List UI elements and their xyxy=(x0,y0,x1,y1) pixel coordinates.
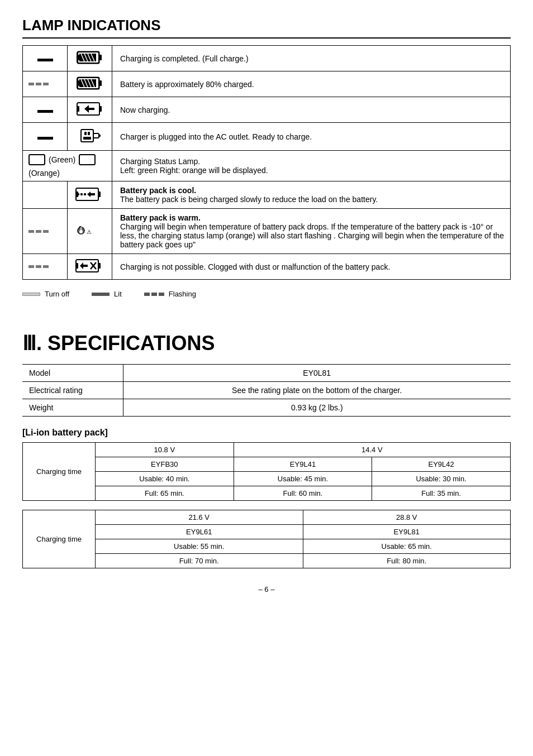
flash-dot xyxy=(159,293,164,296)
table-row: Now charging. xyxy=(23,97,511,123)
svg-rect-25 xyxy=(81,130,93,142)
svg-rect-17 xyxy=(99,80,102,86)
usable-ey9l42: Usable: 30 min. xyxy=(372,472,511,486)
svg-rect-29 xyxy=(93,133,99,138)
svg-rect-18 xyxy=(77,80,79,86)
description-col: Battery pack is warm. Charging will begi… xyxy=(112,209,511,254)
svg-rect-30 xyxy=(99,135,101,137)
svg-rect-50 xyxy=(76,263,78,269)
led-strip-flashing xyxy=(28,83,61,85)
usable-ey9l61: Usable: 55 min. xyxy=(96,539,303,554)
led-strip-warm xyxy=(28,230,61,233)
voltage-108: 10.8 V xyxy=(96,443,234,457)
usable-row-2: Usable: 55 min. Usable: 65 min. xyxy=(23,539,511,554)
description-col: Charging Status Lamp. Left: green Right:… xyxy=(112,151,511,181)
model-ey9l41: EY9L41 xyxy=(234,457,372,472)
lamp-legend: Turn off Lit Flashing xyxy=(22,290,511,298)
led-block xyxy=(37,137,53,140)
spec-label: Electrical rating xyxy=(22,382,123,399)
svg-rect-7 xyxy=(99,55,102,60)
battery-symbol-col xyxy=(68,46,112,71)
led-dot xyxy=(43,230,49,233)
full-row-2: Full: 70 min. Full: 80 min. xyxy=(23,554,511,568)
table-row: (Green) (Orange) Charging Status Lamp. L… xyxy=(23,151,511,181)
full-ey9l42: Full: 35 min. xyxy=(372,486,511,501)
battery-pack-table-2: Charging time 21.6 V 28.8 V EY9L61 EY9L8… xyxy=(22,510,511,568)
description-col: Battery pack is cool. The battery pack i… xyxy=(112,181,511,209)
led-dot xyxy=(43,265,49,268)
legend-flashing: Flashing xyxy=(144,290,196,298)
voltage-144: 14.4 V xyxy=(234,443,510,457)
charging-time-label-2: Charging time xyxy=(23,510,96,568)
battery-symbol-col xyxy=(68,97,112,123)
orange-label: (Orange) xyxy=(28,169,60,178)
battery-full-icon xyxy=(77,50,103,65)
lit-label: Lit xyxy=(114,290,122,298)
usable-ey9l81: Usable: 65 min. xyxy=(303,539,511,554)
cool-line1: Battery pack is cool. xyxy=(120,186,196,195)
charger-icon xyxy=(77,127,103,144)
led-indicator-col xyxy=(23,254,68,280)
flashing-label: Flashing xyxy=(169,290,196,298)
svg-rect-37 xyxy=(76,192,78,197)
legend-turn-off: Turn off xyxy=(22,290,69,298)
status-lamp-indicators: (Green) (Orange) xyxy=(23,151,112,181)
green-label: (Green) xyxy=(49,155,75,164)
description-col: Charging is completed. (Full charge.) xyxy=(112,46,511,71)
lamp-indications-table: Charging is completed. (Full charge.) xyxy=(22,45,511,280)
led-dot xyxy=(28,265,34,268)
model-row-1: EYFB30 EY9L41 EY9L42 xyxy=(23,457,511,472)
specifications-table: Model EY0L81 Electrical rating See the r… xyxy=(22,364,511,417)
full-ey9l41: Full: 60 min. xyxy=(234,486,372,501)
svg-rect-27 xyxy=(88,132,90,135)
svg-rect-28 xyxy=(83,137,91,140)
warm-line2: Charging will begin when temperature of … xyxy=(120,222,504,249)
model-eyfb30: EYFB30 xyxy=(96,457,234,472)
svg-point-44 xyxy=(79,230,83,233)
model-ey9l42: EY9L42 xyxy=(372,457,511,472)
li-ion-title: [Li-ion battery pack] xyxy=(22,428,511,438)
spec-electrical-row: Electrical rating See the rating plate o… xyxy=(22,382,511,399)
led-flashing-indicator xyxy=(144,293,164,296)
svg-marker-47 xyxy=(80,262,88,269)
full-ey9l61: Full: 70 min. xyxy=(96,554,303,568)
svg-rect-23 xyxy=(77,106,79,112)
model-row-2: EY9L61 EY9L81 xyxy=(23,525,511,539)
description-col: Now charging. xyxy=(112,97,511,123)
table-row: Charger is plugged into the AC outlet. R… xyxy=(23,123,511,151)
battery-symbol-col xyxy=(68,181,112,209)
description-col: Charging is not possible. Clogged with d… xyxy=(112,254,511,280)
battery-cool-icon xyxy=(75,187,104,202)
spec-value: EY0L81 xyxy=(123,365,511,382)
led-block xyxy=(37,110,53,113)
led-indicator-col xyxy=(23,181,68,209)
svg-marker-36 xyxy=(87,192,95,197)
svg-text:⚠: ⚠ xyxy=(87,229,92,235)
spec-value: See the rating plate on the bottom of th… xyxy=(123,382,511,399)
battery-symbol-col xyxy=(68,71,112,97)
svg-rect-46 xyxy=(98,263,101,269)
led-indicator-col xyxy=(23,46,68,71)
battery-symbol-col: ⚠ xyxy=(68,209,112,254)
usable-eyfb30: Usable: 40 min. xyxy=(96,472,234,486)
led-dot xyxy=(28,230,34,233)
table-row: Charging is completed. (Full charge.) xyxy=(23,46,511,71)
model-ey9l81: EY9L81 xyxy=(303,525,511,539)
table-row: Battery pack is cool. The battery pack i… xyxy=(23,181,511,209)
led-dot xyxy=(36,230,41,233)
description-col: Battery is approximately 80% charged. xyxy=(112,71,511,97)
svg-rect-21 xyxy=(99,106,102,112)
green-lamp xyxy=(28,154,45,165)
orange-lamp xyxy=(79,154,96,165)
battery-charging-icon xyxy=(77,102,103,116)
voltage-header-row-2: Charging time 21.6 V 28.8 V xyxy=(23,510,511,525)
led-off-indicator xyxy=(22,293,40,296)
cool-line2: The battery pack is being charged slowly… xyxy=(120,195,378,204)
turn-off-label: Turn off xyxy=(45,290,69,298)
spec-section-title: Ⅲ. SPECIFICATIONS xyxy=(22,332,511,355)
led-indicator-col xyxy=(23,97,68,123)
voltage-288: 28.8 V xyxy=(303,510,511,525)
legend-lit: Lit xyxy=(92,290,122,298)
spec-model-row: Model EY0L81 xyxy=(22,365,511,382)
full-ey9l81: Full: 80 min. xyxy=(303,554,511,568)
